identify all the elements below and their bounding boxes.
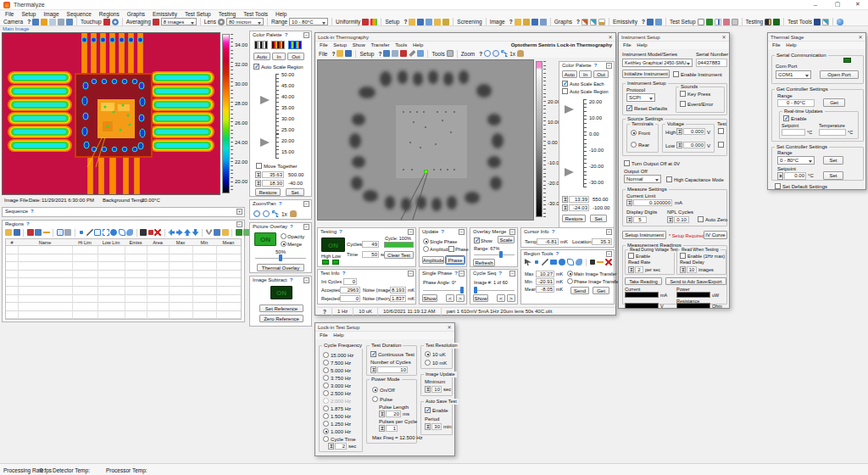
low-value-field[interactable]: 18.30: [262, 180, 284, 187]
front-radio[interactable]: [631, 130, 637, 136]
set-default-settings-checkbox[interactable]: [775, 183, 781, 189]
lockin-out-button[interactable]: Out: [593, 70, 609, 78]
get-button[interactable]: Get: [823, 98, 845, 107]
zoom-fit-icon[interactable]: [272, 210, 279, 217]
set-range-select[interactable]: 0 - 80°C: [777, 156, 815, 165]
test-low-checkbox[interactable]: [718, 142, 724, 148]
palette-set-button[interactable]: Set: [286, 188, 304, 196]
lockin-scale-high-slider[interactable]: [565, 105, 574, 114]
lockin-instrument-icon[interactable]: [392, 50, 398, 57]
cycle-seq-show-button[interactable]: Show: [473, 294, 488, 302]
auto-zero-checkbox[interactable]: [698, 216, 704, 222]
snapshot-tool-icon[interactable]: [64, 229, 71, 236]
output-off-select[interactable]: Normal: [624, 175, 661, 183]
cycle-time-radio[interactable]: [323, 436, 329, 442]
lockin-zoom-help-icon[interactable]: ?: [479, 51, 482, 57]
col-max[interactable]: Max: [169, 240, 192, 245]
scale-high-slider[interactable]: [260, 96, 270, 104]
lockin-save-icon[interactable]: [345, 50, 352, 57]
freq-7500-radio[interactable]: [323, 360, 329, 366]
testing-help-icon[interactable]: ?: [339, 229, 342, 234]
menu-image[interactable]: Image: [43, 11, 58, 17]
rt-min-field[interactable]: -20.91: [536, 278, 554, 285]
palette-ironbow-swatch[interactable]: [271, 41, 285, 49]
delete-region-icon[interactable]: [148, 230, 153, 235]
zero-reference-button[interactable]: Zero Reference: [259, 315, 303, 322]
test-high-checkbox[interactable]: [718, 128, 724, 134]
testing-collapse-button[interactable]: −: [408, 229, 414, 235]
zoom-pan-collapse-button[interactable]: −: [303, 201, 309, 207]
lockin-menu-tools[interactable]: Tools: [395, 42, 407, 48]
res-10uk-radio[interactable]: [425, 351, 431, 357]
period-spinner[interactable]: [425, 423, 431, 430]
setup-help-icon[interactable]: ?: [403, 19, 407, 25]
range-select[interactable]: 10 - 80°C: [289, 18, 328, 25]
set-range-button[interactable]: Set: [823, 156, 843, 165]
amplitude-radio[interactable]: [423, 246, 429, 252]
cursor-info-help-icon[interactable]: ?: [552, 229, 555, 234]
display-digits-field[interactable]: 5: [633, 216, 647, 223]
autosave-enable-checkbox[interactable]: [425, 407, 431, 413]
testing-power-icon[interactable]: [765, 19, 771, 25]
camera-temp-icon[interactable]: [49, 19, 56, 25]
lockin-menu-help[interactable]: Help: [413, 42, 423, 48]
lockin-zoom-out-icon[interactable]: [492, 50, 499, 57]
freq-2500-radio[interactable]: [323, 390, 329, 396]
cycle-seq-help-icon[interactable]: ?: [498, 271, 502, 276]
setpoint-field[interactable]: 0.00: [784, 172, 806, 180]
low-spinner[interactable]: [255, 180, 261, 187]
overlay-merge-collapse-button[interactable]: −: [509, 229, 515, 235]
continuous-test-checkbox[interactable]: [370, 351, 376, 357]
polygon-tool-icon[interactable]: [119, 229, 125, 236]
enable-instrument-checkbox[interactable]: [673, 71, 679, 77]
image-open-icon[interactable]: [515, 19, 521, 25]
regions-help-icon[interactable]: ?: [26, 221, 30, 226]
lockin-menu-show[interactable]: Show: [353, 42, 365, 48]
col-num[interactable]: #: [6, 240, 18, 245]
rt-select-icon[interactable]: [525, 259, 531, 265]
emissivity-table-icon[interactable]: [647, 19, 654, 25]
lockin-palette-help-icon[interactable]: ?: [594, 63, 598, 68]
menu-test-setup[interactable]: Test Setup: [185, 11, 211, 17]
clear-test-button[interactable]: Clear Test: [384, 251, 414, 259]
lockin-restore-button[interactable]: Restore: [562, 215, 586, 222]
number-cycles-field[interactable]: 10: [377, 366, 408, 373]
number-cycles-spinner[interactable]: [370, 366, 376, 373]
cycles-field[interactable]: 49: [362, 241, 379, 248]
phase-angle-slider[interactable]: [423, 290, 464, 291]
lockin-low-value-field[interactable]: -24.03: [569, 204, 589, 211]
voltage-low-field[interactable]: 0.000: [683, 142, 705, 148]
palette-out-button[interactable]: Out: [287, 53, 304, 60]
rt-line-icon[interactable]: [542, 259, 548, 265]
lockin-setup-close-button[interactable]: ✕: [444, 323, 454, 332]
cycle-seq-thumb[interactable]: [474, 287, 477, 293]
test-setup-thermometer-icon[interactable]: [715, 19, 721, 25]
overlay-range-slider[interactable]: [474, 254, 515, 255]
touchup-target-icon[interactable]: [112, 19, 119, 25]
lockin-high-spinner[interactable]: [562, 196, 568, 203]
instrument-titlebar[interactable]: Instrument Setup: [619, 33, 729, 42]
reset-defaults-checkbox[interactable]: [626, 105, 632, 111]
image-save-icon[interactable]: [531, 19, 538, 25]
col-mean[interactable]: Mean: [216, 240, 241, 245]
rt-move-icon[interactable]: [533, 259, 540, 265]
setpoint-spinner[interactable]: [777, 172, 783, 180]
lens-gear-icon[interactable]: [218, 19, 225, 25]
lockin-image[interactable]: [317, 59, 534, 221]
setup-save-icon[interactable]: [417, 19, 424, 25]
time-field[interactable]: 50: [362, 251, 379, 258]
single-phase-collapse-button[interactable]: −: [459, 271, 465, 277]
thermal-stage-titlebar[interactable]: Thermal Stage: [768, 33, 865, 42]
menu-regions[interactable]: Regions: [99, 11, 120, 17]
period-field[interactable]: 30: [431, 423, 442, 430]
rwt-enable-checkbox[interactable]: [680, 253, 686, 259]
rt-send-button[interactable]: Send: [570, 287, 589, 294]
regions-table-body[interactable]: [6, 246, 241, 319]
single-phase-show-button[interactable]: Show: [422, 294, 437, 302]
realtime-enable-checkbox[interactable]: [783, 115, 789, 121]
scale-rect-tool-icon[interactable]: [103, 229, 109, 236]
rt-pixel-icon[interactable]: [590, 260, 595, 265]
sequence-expand-button[interactable]: +: [236, 209, 242, 215]
test-setup-doc-icon[interactable]: [698, 19, 704, 25]
menu-setup[interactable]: Setup: [21, 11, 36, 17]
